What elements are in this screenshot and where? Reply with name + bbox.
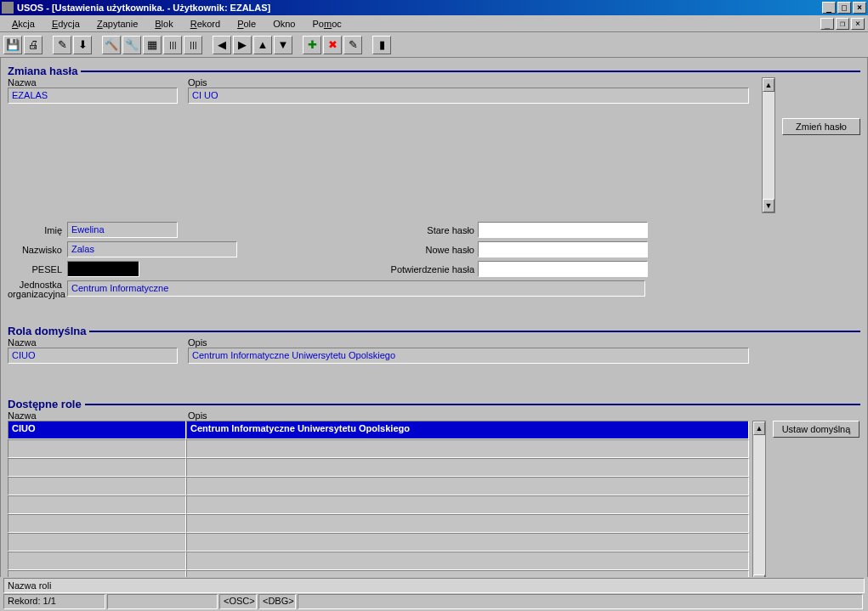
table-row[interactable] <box>8 514 752 533</box>
maximize-button[interactable]: □ <box>837 2 851 14</box>
menu-edycja[interactable]: Edycja <box>43 17 88 31</box>
jednostka-field[interactable]: Centrum Informatyczne <box>67 280 645 297</box>
role-nazwa-cell <box>8 552 186 570</box>
menu-blok[interactable]: Blok <box>146 17 181 31</box>
minimize-button[interactable]: _ <box>822 2 836 14</box>
potw-haslo-input[interactable] <box>478 261 648 277</box>
nazwa-label: Nazwa <box>8 77 188 88</box>
menu-pomoc[interactable]: Pomoc <box>304 17 349 31</box>
role-opis-cell: Centrum Informatyczne Uniwersytetu Opols… <box>186 421 749 439</box>
save-icon[interactable]: 💾 <box>3 36 22 54</box>
app-icon <box>2 2 14 14</box>
scroll-down-icon[interactable]: ▼ <box>763 199 774 212</box>
role-opis-cell <box>186 439 749 458</box>
dostepne-nazwa-label: Nazwa <box>8 410 188 421</box>
rola-nazwa-label: Nazwa <box>8 337 188 348</box>
next-icon[interactable]: ▶ <box>233 36 252 54</box>
content-area: Zmiana hasła Nazwa EZALAS Opis CI UO ▲ ▼… <box>0 58 868 578</box>
flag-icon[interactable]: ▮ <box>372 36 391 54</box>
up-icon[interactable]: ▲ <box>253 36 272 54</box>
ustaw-domyslna-button[interactable]: Ustaw domyślną <box>773 421 859 438</box>
status-dbg: <DBG> <box>258 594 296 609</box>
menu-rekord[interactable]: Rekord <box>182 17 229 31</box>
menu-okno[interactable]: Okno <box>264 17 304 31</box>
role-nazwa-cell <box>8 439 186 458</box>
down-icon[interactable]: ⬇ <box>73 36 92 54</box>
table-row[interactable] <box>8 439 752 458</box>
edit-icon[interactable]: ✎ <box>53 36 71 54</box>
zmiana-scrollbar[interactable]: ▲ ▼ <box>762 77 775 213</box>
imie-field[interactable]: Ewelina <box>67 222 178 238</box>
role-nazwa-cell <box>8 533 186 552</box>
role-nazwa-cell <box>8 495 186 514</box>
title-bar: USOS - [Ustawienia użytkownika. - Użytko… <box>0 0 868 15</box>
nazwa-field[interactable]: EZALAS <box>8 88 178 104</box>
status-message: Nazwa roli <box>3 578 865 593</box>
delete-icon[interactable]: ✖ <box>323 36 342 54</box>
table-row[interactable] <box>8 495 752 514</box>
mdi-minimize-button[interactable]: _ <box>820 18 834 30</box>
menu-akcja[interactable]: Akcja <box>3 17 43 31</box>
rola-opis-field[interactable]: Centrum Informatyczne Uniwersytetu Opols… <box>188 348 749 364</box>
table-row[interactable] <box>8 552 752 570</box>
down2-icon[interactable]: ▼ <box>274 36 292 54</box>
section-rola-header: Rola domyślna <box>8 325 860 337</box>
mdi-restore-button[interactable]: ❐ <box>836 18 849 30</box>
section-zmiana-header: Zmiana hasła <box>8 65 860 77</box>
table-row[interactable] <box>8 533 752 552</box>
pesel-label: PESEL <box>8 264 67 274</box>
nowe-label: Nowe hasło <box>376 245 478 255</box>
print-icon[interactable]: 🖨 <box>24 36 43 54</box>
menu-pole[interactable]: Pole <box>229 17 264 31</box>
nazwisko-field[interactable]: Zalas <box>67 241 237 257</box>
role-opis-cell <box>186 533 749 552</box>
status-empty2 <box>298 594 863 609</box>
tool2-icon[interactable]: 🔧 <box>122 36 141 54</box>
search-icon[interactable]: 🔨 <box>102 36 121 54</box>
zmien-haslo-button[interactable]: Zmień hasło <box>782 118 860 135</box>
prev-icon[interactable]: ◀ <box>213 36 231 54</box>
status-empty1 <box>107 594 218 609</box>
dostepne-opis-label: Opis <box>188 410 758 421</box>
bars2-icon[interactable]: ⫼ <box>184 36 202 54</box>
table-row[interactable] <box>8 458 752 477</box>
table-row[interactable] <box>8 477 752 495</box>
role-opis-cell <box>186 495 749 514</box>
role-nazwa-cell: CIUO <box>8 421 186 439</box>
opis-label: Opis <box>188 77 758 88</box>
menu-bar: Akcja Edycja Zapytanie Blok Rekord Pole … <box>0 15 868 32</box>
imie-label: Imię <box>8 225 67 235</box>
add-icon[interactable]: ✚ <box>303 36 321 54</box>
nowe-haslo-input[interactable] <box>478 241 648 257</box>
menu-zapytanie[interactable]: Zapytanie <box>88 17 146 31</box>
bars-icon[interactable]: ⫼ <box>163 36 182 54</box>
potw-label: Potwierdzenie hasła <box>376 264 478 274</box>
window-title: USOS - [Ustawienia użytkownika. - Użytko… <box>17 3 822 13</box>
mdi-close-button[interactable]: × <box>851 18 865 30</box>
scroll-up-icon[interactable]: ▲ <box>763 78 774 92</box>
pesel-field[interactable] <box>67 261 139 277</box>
status-rekord: Rekord: 1/1 <box>3 594 105 609</box>
stare-label: Stare hasło <box>376 225 478 235</box>
role-nazwa-cell <box>8 477 186 495</box>
section-dostepne-header: Dostępne role <box>8 398 860 410</box>
close-button[interactable]: × <box>853 2 866 14</box>
rola-opis-label: Opis <box>188 337 758 348</box>
chart-icon[interactable]: ▦ <box>143 36 162 54</box>
stare-haslo-input[interactable] <box>478 222 648 238</box>
roles-scrollbar[interactable]: ▲ ▼ <box>752 421 766 589</box>
rola-nazwa-field[interactable]: CIUO <box>8 348 178 364</box>
scroll-up-icon[interactable]: ▲ <box>753 421 765 435</box>
role-opis-cell <box>186 458 749 477</box>
opis-field[interactable]: CI UO <box>188 88 749 104</box>
jednostka-label: Jednostkaorganizacyjna <box>8 280 67 299</box>
role-opis-cell <box>186 552 749 570</box>
role-nazwa-cell <box>8 514 186 533</box>
table-row[interactable]: CIUOCentrum Informatyczne Uniwersytetu O… <box>8 421 752 439</box>
nazwisko-label: Nazwisko <box>8 245 67 255</box>
wand-icon[interactable]: ✎ <box>343 36 362 54</box>
roles-table: CIUOCentrum Informatyczne Uniwersytetu O… <box>8 421 752 589</box>
status-bar: Nazwa roli Rekord: 1/1 <OSC> <DBG> <box>0 577 868 611</box>
role-opis-cell <box>186 514 749 533</box>
role-opis-cell <box>186 477 749 495</box>
